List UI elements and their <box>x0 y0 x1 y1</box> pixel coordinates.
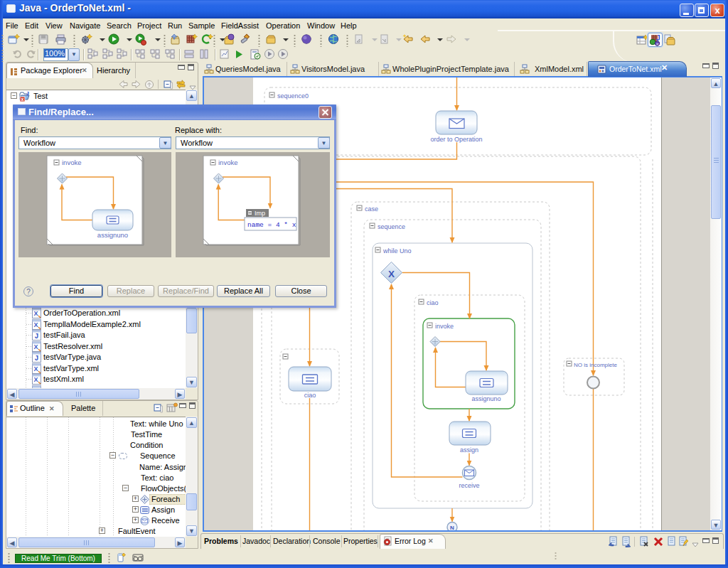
svg-text:X: X <box>34 343 38 350</box>
svg-text:name = 4 * x: name = 4 * x <box>247 221 296 229</box>
svg-text:J: J <box>35 355 39 363</box>
svg-text:sequence: sequence <box>378 223 405 230</box>
svg-text:X: X <box>388 269 395 279</box>
svg-text:assignuno: assignuno <box>471 395 500 402</box>
svg-text:NO is incomplete: NO is incomplete <box>574 362 617 368</box>
svg-text:assignuno: assignuno <box>97 231 128 239</box>
svg-text:sequence0: sequence0 <box>277 92 309 100</box>
svg-text:J: J <box>26 91 29 96</box>
svg-text:receive: receive <box>459 482 479 489</box>
svg-text:=: = <box>656 42 659 46</box>
svg-text:order to Operation: order to Operation <box>430 136 482 143</box>
svg-text:case: case <box>365 205 378 213</box>
svg-text:invoke: invoke <box>435 323 454 330</box>
svg-text:X: X <box>34 376 38 383</box>
svg-text:J: J <box>656 34 660 42</box>
svg-text:X: X <box>34 365 38 373</box>
svg-text:x: x <box>21 97 24 102</box>
svg-text:ciao: ciao <box>427 299 439 306</box>
svg-text:invoke: invoke <box>62 159 81 166</box>
svg-text:invoke: invoke <box>218 159 237 166</box>
svg-text:assign: assign <box>460 446 478 454</box>
svg-text:J: J <box>35 333 39 341</box>
svg-text:while Uno: while Uno <box>382 247 412 254</box>
svg-text:X: X <box>34 310 38 317</box>
svg-text:X: X <box>34 321 38 328</box>
svg-text:Imp: Imp <box>255 210 265 217</box>
svg-text:ciao: ciao <box>304 392 316 399</box>
svg-text:N: N <box>450 525 454 530</box>
